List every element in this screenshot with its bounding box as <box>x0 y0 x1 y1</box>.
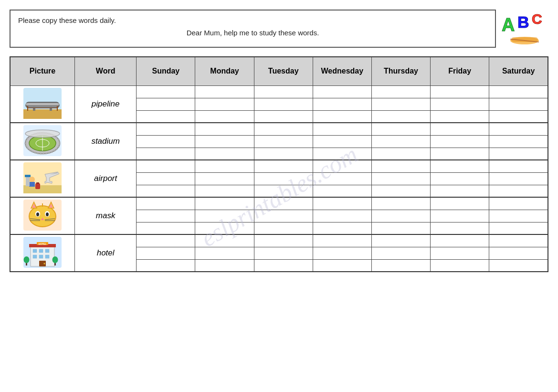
writing-cell-hotel-row2-day6[interactable] <box>489 259 548 272</box>
writing-cell-stadium-row0-day5[interactable] <box>431 123 489 135</box>
writing-cell-pipeline-row0-day6[interactable] <box>489 85 548 98</box>
writing-cell-airport-row2-day4[interactable] <box>371 185 430 197</box>
writing-cell-stadium-row2-day1[interactable] <box>195 148 254 160</box>
writing-cell-stadium-row2-day0[interactable] <box>137 148 195 160</box>
writing-cell-pipeline-row0-day0[interactable] <box>137 85 195 98</box>
writing-cell-pipeline-row2-day1[interactable] <box>195 110 254 123</box>
writing-cell-pipeline-row1-day5[interactable] <box>431 98 489 110</box>
writing-cell-airport-row1-day2[interactable] <box>254 172 313 185</box>
writing-cell-hotel-row2-day1[interactable] <box>195 259 254 272</box>
writing-cell-pipeline-row0-day3[interactable] <box>313 85 371 98</box>
writing-cell-mask-row1-day3[interactable] <box>313 210 371 222</box>
writing-cell-airport-row2-day2[interactable] <box>254 185 313 197</box>
writing-cell-stadium-row0-day3[interactable] <box>313 123 371 135</box>
writing-cell-airport-row0-day0[interactable] <box>137 160 195 172</box>
writing-cell-stadium-row0-day6[interactable] <box>489 123 548 135</box>
writing-cell-airport-row2-day3[interactable] <box>313 185 371 197</box>
writing-cell-mask-row0-day3[interactable] <box>313 197 371 210</box>
writing-cell-hotel-row2-day3[interactable] <box>313 259 371 272</box>
writing-cell-stadium-row1-day1[interactable] <box>195 135 254 148</box>
writing-cell-stadium-row1-day0[interactable] <box>137 135 195 148</box>
writing-cell-airport-row1-day0[interactable] <box>137 172 195 185</box>
writing-cell-hotel-row1-day6[interactable] <box>489 247 548 259</box>
writing-cell-hotel-row2-day4[interactable] <box>371 259 430 272</box>
writing-cell-mask-row2-day1[interactable] <box>195 222 254 234</box>
writing-cell-mask-row1-day4[interactable] <box>371 210 430 222</box>
writing-cell-airport-row1-day6[interactable] <box>489 172 548 185</box>
writing-cell-stadium-row0-day2[interactable] <box>254 123 313 135</box>
writing-cell-airport-row2-day5[interactable] <box>431 185 489 197</box>
writing-cell-stadium-row2-day3[interactable] <box>313 148 371 160</box>
writing-cell-pipeline-row0-day2[interactable] <box>254 85 313 98</box>
writing-cell-stadium-row2-day2[interactable] <box>254 148 313 160</box>
writing-cell-pipeline-row1-day6[interactable] <box>489 98 548 110</box>
writing-cell-hotel-row1-day5[interactable] <box>431 247 489 259</box>
writing-cell-airport-row1-day5[interactable] <box>431 172 489 185</box>
writing-cell-hotel-row2-day5[interactable] <box>431 259 489 272</box>
writing-cell-mask-row2-day5[interactable] <box>431 222 489 234</box>
writing-cell-airport-row2-day6[interactable] <box>489 185 548 197</box>
writing-cell-mask-row1-day2[interactable] <box>254 210 313 222</box>
writing-cell-pipeline-row0-day5[interactable] <box>431 85 489 98</box>
writing-cell-mask-row1-day1[interactable] <box>195 210 254 222</box>
writing-cell-pipeline-row1-day3[interactable] <box>313 98 371 110</box>
writing-cell-mask-row0-day2[interactable] <box>254 197 313 210</box>
writing-cell-pipeline-row1-day1[interactable] <box>195 98 254 110</box>
writing-cell-airport-row2-day1[interactable] <box>195 185 254 197</box>
writing-cell-stadium-row1-day2[interactable] <box>254 135 313 148</box>
writing-cell-mask-row2-day6[interactable] <box>489 222 548 234</box>
writing-cell-pipeline-row0-day4[interactable] <box>371 85 430 98</box>
writing-cell-pipeline-row0-day1[interactable] <box>195 85 254 98</box>
writing-cell-hotel-row1-day1[interactable] <box>195 247 254 259</box>
writing-cell-mask-row0-day0[interactable] <box>137 197 195 210</box>
writing-cell-hotel-row0-day2[interactable] <box>254 234 313 247</box>
writing-cell-hotel-row1-day3[interactable] <box>313 247 371 259</box>
writing-cell-hotel-row1-day2[interactable] <box>254 247 313 259</box>
writing-cell-mask-row0-day4[interactable] <box>371 197 430 210</box>
writing-cell-stadium-row2-day6[interactable] <box>489 148 548 160</box>
writing-cell-mask-row2-day3[interactable] <box>313 222 371 234</box>
writing-cell-stadium-row0-day0[interactable] <box>137 123 195 135</box>
writing-cell-airport-row0-day2[interactable] <box>254 160 313 172</box>
writing-cell-stadium-row1-day4[interactable] <box>371 135 430 148</box>
writing-cell-airport-row1-day3[interactable] <box>313 172 371 185</box>
writing-cell-mask-row1-day0[interactable] <box>137 210 195 222</box>
writing-cell-hotel-row0-day4[interactable] <box>371 234 430 247</box>
writing-cell-stadium-row2-day5[interactable] <box>431 148 489 160</box>
writing-cell-airport-row0-day1[interactable] <box>195 160 254 172</box>
writing-cell-airport-row2-day0[interactable] <box>137 185 195 197</box>
writing-cell-stadium-row1-day5[interactable] <box>431 135 489 148</box>
writing-cell-mask-row0-day5[interactable] <box>431 197 489 210</box>
writing-cell-stadium-row0-day4[interactable] <box>371 123 430 135</box>
writing-cell-pipeline-row2-day4[interactable] <box>371 110 430 123</box>
writing-cell-pipeline-row1-day2[interactable] <box>254 98 313 110</box>
writing-cell-mask-row2-day4[interactable] <box>371 222 430 234</box>
writing-cell-hotel-row1-day4[interactable] <box>371 247 430 259</box>
writing-cell-airport-row0-day6[interactable] <box>489 160 548 172</box>
writing-cell-pipeline-row2-day0[interactable] <box>137 110 195 123</box>
writing-cell-mask-row1-day5[interactable] <box>431 210 489 222</box>
writing-cell-pipeline-row2-day3[interactable] <box>313 110 371 123</box>
writing-cell-stadium-row0-day1[interactable] <box>195 123 254 135</box>
writing-cell-pipeline-row1-day4[interactable] <box>371 98 430 110</box>
writing-cell-mask-row0-day6[interactable] <box>489 197 548 210</box>
writing-cell-airport-row0-day5[interactable] <box>431 160 489 172</box>
writing-cell-hotel-row0-day5[interactable] <box>431 234 489 247</box>
writing-cell-airport-row0-day3[interactable] <box>313 160 371 172</box>
writing-cell-hotel-row0-day3[interactable] <box>313 234 371 247</box>
writing-cell-stadium-row1-day6[interactable] <box>489 135 548 148</box>
writing-cell-hotel-row0-day0[interactable] <box>137 234 195 247</box>
writing-cell-airport-row1-day1[interactable] <box>195 172 254 185</box>
writing-cell-mask-row2-day2[interactable] <box>254 222 313 234</box>
writing-cell-hotel-row2-day0[interactable] <box>137 259 195 272</box>
writing-cell-pipeline-row2-day2[interactable] <box>254 110 313 123</box>
writing-cell-airport-row0-day4[interactable] <box>371 160 430 172</box>
writing-cell-stadium-row1-day3[interactable] <box>313 135 371 148</box>
writing-cell-hotel-row2-day2[interactable] <box>254 259 313 272</box>
writing-cell-hotel-row0-day1[interactable] <box>195 234 254 247</box>
writing-cell-hotel-row1-day0[interactable] <box>137 247 195 259</box>
writing-cell-airport-row1-day4[interactable] <box>371 172 430 185</box>
writing-cell-hotel-row0-day6[interactable] <box>489 234 548 247</box>
writing-cell-mask-row0-day1[interactable] <box>195 197 254 210</box>
writing-cell-pipeline-row2-day6[interactable] <box>489 110 548 123</box>
